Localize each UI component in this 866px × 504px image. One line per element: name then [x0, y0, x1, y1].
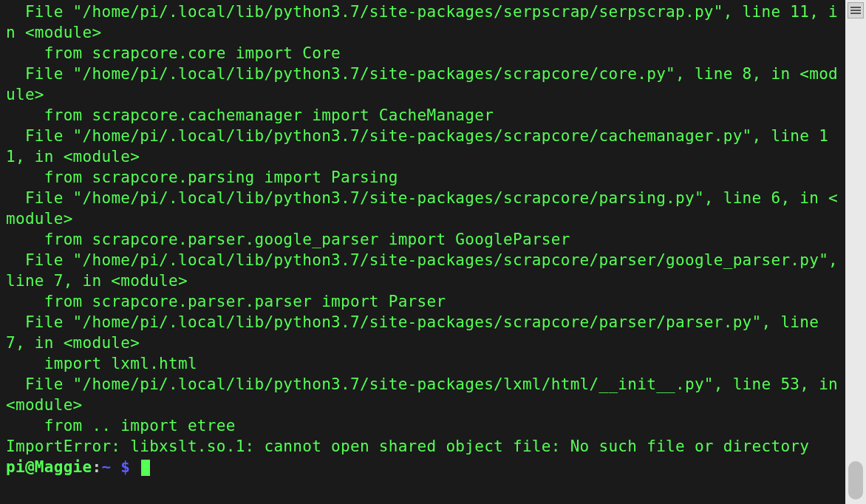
terminal-window[interactable]: File "/home/pi/.local/lib/python3.7/site… — [0, 0, 845, 504]
terminal-prompt[interactable]: pi@Maggie:~ $ — [6, 457, 839, 477]
scrollbar-thumb[interactable] — [848, 461, 863, 500]
prompt-path: ~ — [101, 458, 111, 476]
terminal-output: File "/home/pi/.local/lib/python3.7/site… — [6, 1, 839, 457]
scrollbar-track[interactable] — [845, 0, 866, 504]
scrollbar-button-top[interactable] — [848, 2, 864, 18]
prompt-dollar: $ — [111, 458, 140, 476]
prompt-separator: : — [92, 458, 102, 476]
menu-lines-icon — [850, 7, 861, 14]
cursor — [141, 460, 150, 476]
prompt-user-host: pi@Maggie — [6, 458, 92, 476]
